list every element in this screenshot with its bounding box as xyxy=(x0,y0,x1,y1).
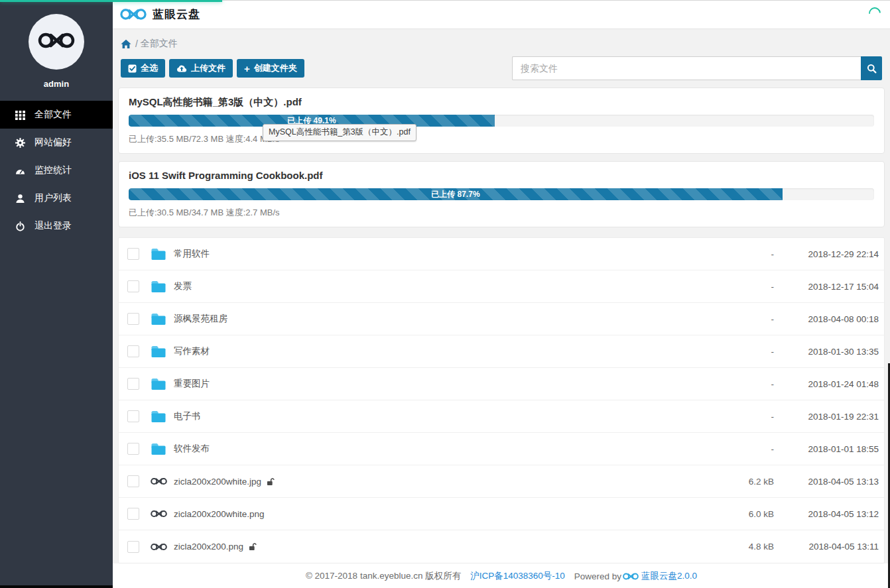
file-row[interactable]: 源枫景苑租房 - 2018-04-08 00:18 xyxy=(119,303,884,335)
file-size: - xyxy=(721,249,774,259)
sidebar-item-label: 用户列表 xyxy=(34,192,72,204)
cloud-upload-icon xyxy=(176,64,187,72)
sidebar-item-all-files[interactable]: 全部文件 xyxy=(0,101,113,129)
file-row[interactable]: 常用软件 - 2018-12-29 22:14 xyxy=(119,238,884,270)
breadcrumb-separator: / xyxy=(135,38,138,49)
search-input[interactable] xyxy=(512,56,861,80)
sidebar: admin 全部文件 xyxy=(0,0,113,585)
row-checkbox[interactable] xyxy=(127,345,139,357)
search-icon xyxy=(867,64,877,74)
file-name[interactable]: 发票 xyxy=(174,280,192,292)
file-list: 常用软件 - 2018-12-29 22:14 发票 - 2018-12-17 … xyxy=(118,237,885,563)
upload-progress-track: 已上传 87.7% xyxy=(129,188,874,200)
file-date: 2018-01-24 01:48 xyxy=(774,379,879,389)
footer-icp-link[interactable]: 沪ICP备14038360号-10 xyxy=(470,570,565,582)
file-name[interactable]: 常用软件 xyxy=(174,248,210,260)
file-logo-icon xyxy=(150,476,167,487)
app-logo-icon xyxy=(120,6,147,23)
row-checkbox[interactable] xyxy=(127,410,139,422)
file-date: 2018-04-05 13:13 xyxy=(774,477,879,487)
check-square-icon xyxy=(128,64,137,73)
upload-file-name: iOS 11 Swift Programming Cookbook.pdf xyxy=(129,170,874,182)
toolbar: 全选 上传文件 + 创建文件夹 xyxy=(118,56,885,80)
file-size: 6.2 kB xyxy=(721,477,774,487)
breadcrumb-current: 全部文件 xyxy=(141,38,178,50)
gear-icon xyxy=(15,137,25,148)
search-button[interactable] xyxy=(861,56,882,80)
file-name[interactable]: zicla200x200white.jpg xyxy=(174,477,261,487)
row-checkbox[interactable] xyxy=(127,475,139,487)
upload-file-label: 上传文件 xyxy=(191,62,225,74)
sidebar-item-label: 网站偏好 xyxy=(34,137,72,148)
sidebar-item-logout[interactable]: 退出登录 xyxy=(0,212,113,240)
row-checkbox[interactable] xyxy=(127,313,139,325)
create-folder-button[interactable]: + 创建文件夹 xyxy=(237,59,304,78)
app-window: admin 全部文件 xyxy=(0,0,890,585)
select-all-label: 全选 xyxy=(141,62,158,74)
file-size: - xyxy=(721,412,774,422)
file-date: 2018-12-17 15:04 xyxy=(774,282,879,292)
upload-file-button[interactable]: 上传文件 xyxy=(169,59,233,78)
avatar-logo-icon xyxy=(38,29,75,54)
file-name[interactable]: 写作素材 xyxy=(174,345,210,357)
file-size: - xyxy=(721,314,774,324)
sidebar-item-label: 退出登录 xyxy=(34,220,72,232)
footer-product-label: 蓝眼云盘2.0.0 xyxy=(641,570,697,582)
plus-icon: + xyxy=(244,64,250,74)
footer: © 2017-2018 tank.eyeblue.cn 版权所有 沪ICP备14… xyxy=(113,563,890,588)
row-checkbox[interactable] xyxy=(127,378,139,390)
file-date: 2018-04-05 13:11 xyxy=(774,542,879,552)
upload-cards: MySQL高性能书籍_第3版（中文）.pdf 已上传 49.1% 已上传:35.… xyxy=(118,88,885,227)
content: / 全部文件 全选 xyxy=(113,29,890,585)
power-icon xyxy=(15,221,25,231)
sidebar-item-label: 监控统计 xyxy=(34,164,72,176)
file-name[interactable]: zicla200x200white.png xyxy=(174,509,265,519)
row-checkbox[interactable] xyxy=(127,443,139,455)
row-checkbox[interactable] xyxy=(127,248,139,260)
upload-progress-track: 已上传 49.1% xyxy=(129,115,874,127)
file-size: - xyxy=(721,347,774,357)
folder-icon xyxy=(150,313,167,325)
folder-icon xyxy=(150,248,167,261)
file-name[interactable]: 源枫景苑租房 xyxy=(174,313,227,325)
grid-icon xyxy=(15,109,25,120)
file-date: 2018-01-30 13:35 xyxy=(774,347,879,357)
file-size: - xyxy=(721,379,774,389)
breadcrumb: / 全部文件 xyxy=(118,29,885,50)
sidebar-item-users[interactable]: 用户列表 xyxy=(0,184,113,212)
row-checkbox[interactable] xyxy=(127,280,139,292)
file-row[interactable]: 电子书 - 2018-01-19 22:31 xyxy=(119,400,884,433)
search-group xyxy=(512,56,882,80)
file-date: 2018-01-19 22:31 xyxy=(774,412,879,422)
sidebar-item-label: 全部文件 xyxy=(34,109,72,121)
file-row[interactable]: 写作素材 - 2018-01-30 13:35 xyxy=(119,335,884,368)
file-name[interactable]: 软件发布 xyxy=(174,443,210,455)
user-icon xyxy=(15,193,25,204)
footer-product-link[interactable]: 蓝眼云盘2.0.0 xyxy=(623,570,697,582)
file-row[interactable]: zicla200x200white.png 6.0 kB 2018-04-05 … xyxy=(119,498,884,530)
file-row[interactable]: 发票 - 2018-12-17 15:04 xyxy=(119,270,884,303)
upload-card: iOS 11 Swift Programming Cookbook.pdf 已上… xyxy=(118,161,885,227)
footer-logo-icon xyxy=(623,571,639,581)
upload-stats: 已上传:35.5 MB/72.3 MB 速度:4.4 MB/s xyxy=(129,133,874,145)
file-row[interactable]: 重要图片 - 2018-01-24 01:48 xyxy=(119,368,884,400)
filename-tooltip: MySQL高性能书籍_第3版（中文）.pdf xyxy=(263,124,416,141)
file-row[interactable]: zicla200x200white.jpg 6.2 kB 2018-04-05 … xyxy=(119,465,884,498)
sidebar-item-monitoring[interactable]: 监控统计 xyxy=(0,156,113,184)
file-date: 2018-01-01 18:55 xyxy=(774,444,879,454)
folder-icon xyxy=(150,410,167,423)
file-logo-icon xyxy=(150,542,167,552)
home-icon[interactable] xyxy=(121,39,131,49)
row-checkbox[interactable] xyxy=(127,508,139,520)
row-checkbox[interactable] xyxy=(127,541,139,553)
file-name[interactable]: 电子书 xyxy=(174,410,201,422)
select-all-button[interactable]: 全选 xyxy=(121,59,165,78)
gauge-icon xyxy=(15,165,25,176)
app-header: 蓝眼云盘 xyxy=(113,0,890,29)
folder-icon xyxy=(150,345,167,358)
file-row[interactable]: 软件发布 - 2018-01-01 18:55 xyxy=(119,433,884,465)
file-name[interactable]: zicla200x200.png xyxy=(174,542,243,552)
file-row[interactable]: zicla200x200.png 4.8 kB 2018-04-05 13:11 xyxy=(119,530,884,563)
sidebar-item-preferences[interactable]: 网站偏好 xyxy=(0,129,113,156)
file-name[interactable]: 重要图片 xyxy=(174,378,210,390)
